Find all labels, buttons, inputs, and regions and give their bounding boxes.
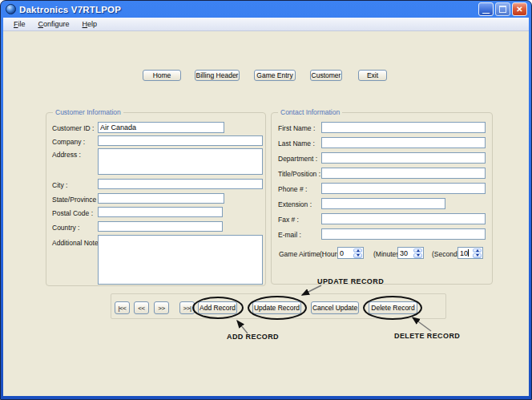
exit-button[interactable]: Exit	[358, 70, 387, 81]
minutes-value: 30	[398, 249, 413, 257]
seconds-spin-down-icon[interactable]	[473, 253, 482, 258]
update-record-button[interactable]: Update Record	[252, 301, 301, 314]
minutes-spinner[interactable]: 30	[397, 247, 424, 259]
minutes-spin-up-icon[interactable]	[413, 248, 422, 253]
phone-field[interactable]	[321, 183, 486, 194]
title-position-label: Title/Position :	[278, 170, 320, 178]
fax-field[interactable]	[321, 213, 486, 224]
game-entry-button[interactable]: Game Entry	[254, 70, 296, 81]
hours-spin-down-icon[interactable]	[353, 253, 362, 258]
text-cursor	[468, 249, 469, 257]
extension-label: Extension :	[278, 200, 312, 208]
seconds-text: 10	[460, 249, 468, 257]
seconds-spinner[interactable]: 10	[457, 247, 483, 259]
seconds-spin-up-icon[interactable]	[473, 248, 482, 253]
state-province-label: State/Province :	[52, 196, 100, 204]
address-label: Address :	[52, 151, 81, 159]
application-window: Daktronics V7RTLPOP — ✕ File Configure H…	[0, 0, 532, 400]
customer-information-group: Customer Information Customer ID : Compa…	[46, 112, 266, 286]
department-label: Department :	[278, 155, 317, 163]
email-field[interactable]	[321, 228, 486, 240]
city-label: City :	[52, 181, 67, 189]
contact-information-group: Contact Information First Name : Last Na…	[271, 112, 493, 285]
department-field[interactable]	[321, 152, 486, 164]
country-field[interactable]	[98, 221, 223, 232]
customer-information-title: Customer Information	[53, 108, 123, 116]
customer-id-label: Customer ID :	[52, 124, 94, 132]
state-province-field[interactable]	[98, 193, 224, 204]
email-label: E-mail :	[278, 231, 301, 239]
extension-field[interactable]	[321, 198, 445, 209]
fax-label: Fax # :	[278, 216, 299, 224]
hours-spin-up-icon[interactable]	[353, 248, 362, 253]
country-label: Country :	[52, 224, 80, 232]
first-name-field[interactable]	[321, 122, 486, 133]
add-record-button[interactable]: Add Record	[198, 301, 237, 314]
previous-record-button[interactable]: <<	[134, 301, 149, 314]
cancel-update-button[interactable]: Cancel Update	[311, 301, 359, 314]
last-name-label: Last Name :	[278, 139, 315, 147]
seconds-value: 10	[458, 249, 473, 257]
additional-notes-field[interactable]	[98, 235, 263, 285]
phone-label: Phone # :	[278, 185, 307, 193]
customer-button[interactable]: Customer	[310, 70, 342, 81]
first-name-label: First Name :	[278, 124, 315, 132]
add-record-arrow	[237, 321, 248, 333]
company-field[interactable]	[98, 135, 263, 146]
hours-value: 0	[338, 249, 353, 257]
contact-information-title: Contact Information	[278, 108, 342, 116]
customer-id-field[interactable]	[98, 122, 224, 133]
minutes-spin-down-icon[interactable]	[413, 253, 422, 258]
company-label: Company :	[52, 138, 85, 146]
delete-record-arrow	[413, 317, 431, 331]
last-record-button[interactable]: >>|	[179, 301, 195, 314]
postal-code-field[interactable]	[98, 207, 223, 217]
update-record-annotation: UPDATE RECORD	[317, 277, 384, 285]
delete-record-button[interactable]: Delete Record	[369, 301, 417, 314]
delete-record-annotation: DELETE RECORD	[394, 332, 460, 340]
postal-code-label: Postal Code :	[52, 209, 93, 217]
first-record-button[interactable]: |<<	[115, 301, 130, 314]
game-airtime-label: Game Airtime :	[279, 250, 324, 258]
next-record-button[interactable]: >>	[154, 301, 169, 314]
city-field[interactable]	[98, 179, 263, 189]
last-name-field[interactable]	[321, 137, 486, 148]
hours-spinner[interactable]: 0	[337, 247, 364, 259]
home-button[interactable]: Home	[143, 70, 181, 81]
address-field[interactable]	[98, 148, 263, 175]
title-position-field[interactable]	[321, 168, 486, 179]
add-record-annotation: ADD RECORD	[227, 333, 279, 341]
billing-header-button[interactable]: Billing Header	[195, 70, 240, 81]
